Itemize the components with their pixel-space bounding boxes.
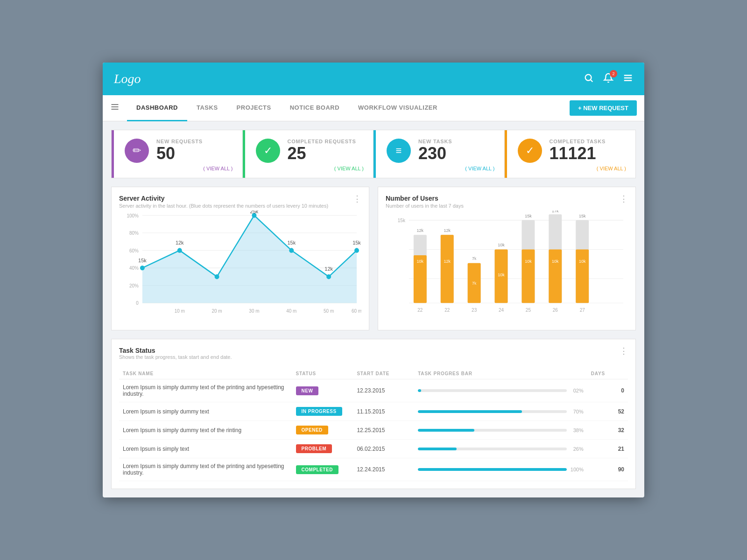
th-start-date: START DATE [353,368,414,379]
server-activity-card: Server Activity Server activity in the l… [111,187,369,330]
table-row: Lorem Ipsum is simply dummy text IN PROG… [119,402,628,421]
task-days-cell: 32 [587,421,628,440]
users-chart-header: Number of Users Number of users in the l… [386,195,628,209]
new-tasks-icon: ≡ [387,139,411,163]
svg-text:12k: 12k [417,228,424,233]
server-activity-title: Server Activity [119,195,328,202]
nav-item-projects[interactable]: PROJECTS [227,95,281,121]
th-status: STATUS [292,368,353,379]
task-status-cell: NEW [292,379,353,402]
task-progress-cell: 70% [414,402,587,421]
nav-hamburger[interactable] [110,102,120,114]
task-name-cell: Lorem Ipsum is simply text [119,440,292,458]
task-start-date-cell: 06.02.2015 [353,440,414,458]
task-status-menu[interactable]: ⋮ [620,347,628,366]
svg-point-21 [140,266,145,270]
svg-point-25 [289,248,294,252]
search-icon[interactable] [584,73,594,85]
progress-bar-bg [418,448,567,450]
progress-bar-fill [418,389,421,392]
server-activity-chart: 100% 80% 60% 40% 20% 0 [119,210,361,322]
table-row: Lorem Ipsum is simply dummy text of the … [119,458,628,481]
svg-text:15k: 15k [287,240,296,245]
nav-bar: DASHBOARD TASKS PROJECTS NOTICE BOARD WO… [103,95,644,121]
status-badge: OPENED [296,426,328,434]
status-badge: PROBLEM [296,444,332,453]
status-badge: COMPLETED [296,465,338,474]
svg-text:12k: 12k [444,228,451,233]
svg-text:60%: 60% [129,248,139,253]
notification-badge: 2 [610,70,617,77]
progress-pct: 02% [571,388,584,393]
completed-tasks-view-all[interactable]: ( VIEW ALL ) [514,166,627,171]
nav-item-noticeboard[interactable]: NOTICE BOARD [281,95,349,121]
completed-requests-view-all[interactable]: ( VIEW ALL ) [252,166,364,171]
hamburger-icon[interactable] [623,73,633,85]
svg-text:0: 0 [136,301,139,306]
svg-text:10 m: 10 m [175,308,185,314]
svg-text:27: 27 [580,308,585,313]
nav-item-tasks[interactable]: TASKS [187,95,227,121]
svg-text:100%: 100% [127,213,139,218]
svg-text:30 m: 30 m [249,308,259,314]
stat-card-completed-requests: ✓ COMPLETED REQUESTS 25 ( VIEW ALL ) [243,130,374,178]
svg-text:26: 26 [553,308,558,313]
svg-text:25: 25 [526,308,531,313]
th-days: DAYS [587,368,628,379]
svg-text:80%: 80% [129,231,139,236]
task-name-cell: Lorem Ipsum is simply dummy text of the … [119,421,292,440]
progress-pct: 100% [571,467,584,472]
svg-text:40%: 40% [129,266,139,271]
task-progress-cell: 38% [414,421,587,440]
users-chart-menu[interactable]: ⋮ [620,195,628,203]
new-tasks-view-all[interactable]: ( VIEW ALL ) [383,166,495,171]
task-status-cell: IN PROGRESS [292,402,353,421]
task-progress-cell: 26% [414,440,587,458]
task-name-cell: Lorem Ipsum is simply dummy text of the … [119,379,292,402]
svg-point-0 [585,74,592,80]
nav-item-workflow[interactable]: WORKFLOW VISUALIZER [349,95,447,121]
users-chart-title: Number of Users [386,195,464,202]
task-name-cell: Lorem Ipsum is simply dummy text of the … [119,458,292,481]
task-name-cell: Lorem Ipsum is simply dummy text [119,402,292,421]
task-days-cell: 52 [587,402,628,421]
status-badge: NEW [296,386,319,395]
app-container: Logo 2 DASHBOARD TASKS PROJECTS NOTICE B… [103,63,644,497]
task-start-date-cell: 11.15.2015 [353,402,414,421]
svg-text:60 m: 60 m [352,308,361,314]
task-progress-cell: 100% [414,458,587,481]
charts-row: Server Activity Server activity in the l… [111,187,636,330]
progress-bar-fill [418,429,474,432]
svg-text:10k: 10k [498,243,505,247]
nav-item-dashboard[interactable]: DASHBOARD [127,95,187,121]
completed-requests-icon: ✓ [256,139,280,163]
svg-text:40 m: 40 m [286,308,296,314]
task-status-cell: OPENED [292,421,353,440]
progress-bar-bg [418,429,567,432]
svg-text:10k: 10k [579,259,586,263]
progress-pct: 38% [571,427,584,433]
table-row: Lorem Ipsum is simply dummy text of the … [119,379,628,402]
progress-bar-bg [418,468,567,471]
task-table-body: Lorem Ipsum is simply dummy text of the … [119,379,628,481]
th-task-name: TASK NAME [119,368,292,379]
task-start-date-cell: 12.23.2015 [353,379,414,402]
svg-text:10k: 10k [498,273,505,277]
new-request-button[interactable]: + NEW REQUEST [570,100,637,116]
notification-icon[interactable]: 2 [603,73,613,85]
svg-text:12k: 12k [176,240,184,245]
th-progress-bar: TASK PROGRES BAR [414,368,587,379]
server-activity-menu[interactable]: ⋮ [353,195,361,203]
new-requests-value: 50 [156,144,233,163]
svg-text:24: 24 [499,308,504,313]
new-requests-view-all[interactable]: ( VIEW ALL ) [121,166,233,171]
stat-card-new-tasks: ≡ NEW TASKS 230 ( VIEW ALL ) [374,130,505,178]
svg-text:12k: 12k [444,259,451,263]
task-table: TASK NAME STATUS START DATE TASK PROGRES… [119,368,628,481]
status-badge: IN PROGRESS [296,407,342,416]
svg-text:10k: 10k [417,259,424,263]
svg-text:10k: 10k [525,259,532,263]
svg-text:20%: 20% [129,283,139,288]
svg-text:23: 23 [472,308,477,313]
task-table-header-row: TASK NAME STATUS START DATE TASK PROGRES… [119,368,628,379]
